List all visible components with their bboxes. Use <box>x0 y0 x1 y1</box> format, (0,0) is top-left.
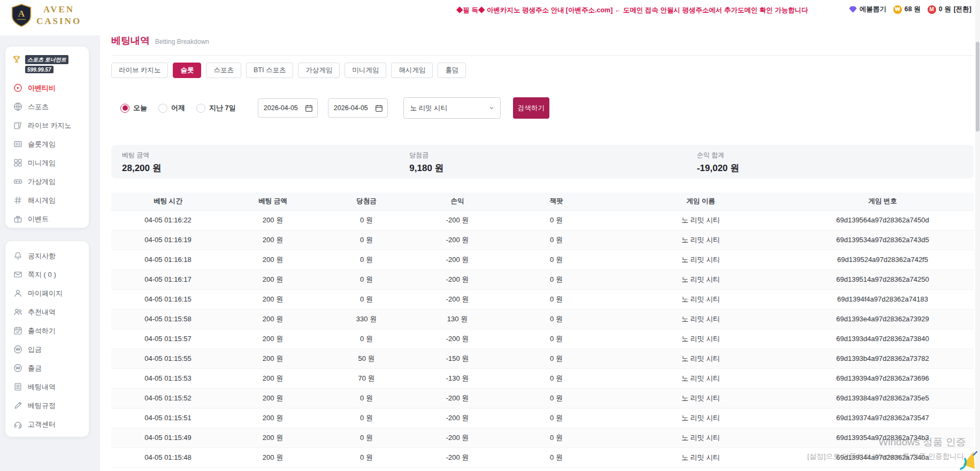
sidebar-item-label: 스포츠 <box>28 102 49 112</box>
scrollbar-thumb[interactable] <box>976 42 979 132</box>
sidebar-item-messages[interactable]: 쪽지 ( 0 ) <box>5 265 89 284</box>
sidebar-item-mini-games[interactable]: 미니게임 <box>5 153 89 172</box>
calendar-icon <box>305 104 313 112</box>
table-cell: 200 원 <box>225 349 321 368</box>
sidebar-secondary-panel: 공지사항쪽지 ( 0 )마이페이지추천내역출석하기입금출금베팅내역베팅규정고객센… <box>5 241 89 437</box>
sidebar-item-betting-rules[interactable]: 베팅규정 <box>5 396 89 415</box>
table-cell: 0 원 <box>321 269 412 289</box>
table-cell: 0 원 <box>321 329 412 349</box>
table-row: 04-05 01:16:22200 원0 원-200 원0 원노 리밋 시티69… <box>111 210 974 230</box>
sidebar-tournament-banner[interactable]: 스포츠 토너먼트 599.99.57 <box>5 52 89 79</box>
sidebar-item-label: 슬롯게임 <box>28 140 56 149</box>
table-row: 04-05 01:15:55200 원50 원-150 원0 원노 리밋 시티6… <box>111 349 974 368</box>
sidebar-item-virtual-games[interactable]: 가상게임 <box>5 172 89 191</box>
table-cell: 0 원 <box>321 210 412 230</box>
table-cell: 04-05 01:15:55 <box>111 349 225 368</box>
sidebar-item-mypage[interactable]: 마이페이지 <box>5 284 89 303</box>
tab-mini[interactable]: 미니게임 <box>344 63 386 78</box>
date-to-input[interactable]: 2026-04-05 <box>328 98 388 118</box>
table-cell: -200 원 <box>412 269 503 289</box>
table-cell: 04-05 01:15:52 <box>111 388 225 408</box>
sidebar-item-label: 출석하기 <box>28 326 56 336</box>
radio-last7days[interactable]: 지난 7일 <box>196 103 236 113</box>
table-cell: 04-05 01:15:51 <box>111 408 225 428</box>
tab-virtual[interactable]: 가상게임 <box>298 63 340 78</box>
table-cell: 04-05 01:16:19 <box>111 230 225 250</box>
mail-icon <box>13 270 22 279</box>
play-icon <box>13 83 22 92</box>
table-cell: -200 원 <box>412 329 503 349</box>
table-cell: 노 리밋 시티 <box>610 250 792 269</box>
date-range-radios: 오늘어제지난 7일 <box>120 103 247 113</box>
table-cell: 69d139564a97d28362a7450d <box>792 210 974 230</box>
table-cell: 69d139394a97d28362a73696 <box>792 368 974 388</box>
sidebar-item-referrals[interactable]: 추천내역 <box>5 303 89 321</box>
table-cell: 04-05 01:16:15 <box>111 289 225 309</box>
tab-sports[interactable]: 스포츠 <box>206 63 241 78</box>
sidebar-item-deposit[interactable]: 입금 <box>5 340 89 359</box>
page-header: 베팅내역 Betting Breakdown <box>111 34 209 47</box>
logo-shield-icon: A <box>11 3 32 28</box>
table-cell: 0 원 <box>321 447 412 467</box>
sidebar-item-events[interactable]: 이벤트 <box>5 210 89 228</box>
sidebar-item-live-casino[interactable]: 라이브 카지노 <box>5 116 89 135</box>
hash-icon <box>13 196 22 205</box>
scrollbar-track[interactable] <box>975 0 980 471</box>
sidebar-item-label: 베팅규정 <box>28 401 56 411</box>
table-cell: 노 리밋 시티 <box>610 329 792 349</box>
tab-holdem[interactable]: 홀덤 <box>438 63 466 78</box>
sidebar-item-betting-history[interactable]: 베팅내역 <box>5 377 89 396</box>
tab-live-casino[interactable]: 라이브 카지노 <box>111 63 168 78</box>
sidebar-primary-panel: 스포츠 토너먼트 599.99.57 아벤티비스포츠라이브 카지노슬롯게임미니게… <box>5 46 89 228</box>
users-icon <box>13 307 22 316</box>
table-cell: 69d139354a97d28362a734b3 <box>792 428 974 447</box>
table-cell: 200 원 <box>225 250 321 269</box>
brand-name: AVEN CASINO <box>36 4 81 27</box>
game-select[interactable]: 노 리밋 시티 <box>403 97 501 119</box>
table-cell: 130 원 <box>412 309 503 329</box>
sidebar-item-hash-games[interactable]: 해시게임 <box>5 191 89 210</box>
table-cell: -200 원 <box>412 210 503 230</box>
sidebar-item-support[interactable]: 고객센터 <box>5 415 89 434</box>
table-cell: 노 리밋 시티 <box>610 210 792 230</box>
summary-value: 28,200 원 <box>122 162 399 174</box>
table-cell: 69d139514a97d28362a74250 <box>792 269 974 289</box>
m-coin-icon: M <box>928 5 936 14</box>
table-cell: 69d1393d4a97d28362a73840 <box>792 329 974 349</box>
date-from-input[interactable]: 2026-04-05 <box>258 98 318 118</box>
tab-bti-sports[interactable]: BTI 스포츠 <box>246 63 293 78</box>
convert-link[interactable]: [전환] <box>954 5 971 14</box>
search-button[interactable]: 검색하기 <box>513 97 549 119</box>
summary-label: 베팅 금액 <box>122 151 399 160</box>
radio-today[interactable]: 오늘 <box>120 103 147 113</box>
evolution-draw-button[interactable]: 에볼뽑기 <box>849 5 886 14</box>
date-from-value: 2026-04-05 <box>264 104 298 112</box>
table-cell: 04-05 01:16:17 <box>111 269 225 289</box>
grid-icon <box>13 158 22 167</box>
filter-bar: 오늘어제지난 7일 2026-04-05 2026-04-05 노 리밋 시티 … <box>120 97 549 119</box>
brand-logo[interactable]: A AVEN CASINO <box>11 3 81 28</box>
sidebar-item-aventv[interactable]: 아벤티비 <box>5 79 89 97</box>
deposit-icon <box>13 345 22 354</box>
summary-bar: 베팅 금액 28,200 원 당첨금 9,180 원 손익 합계 -19,020… <box>111 145 974 179</box>
sidebar-menu-primary: 아벤티비스포츠라이브 카지노슬롯게임미니게임가상게임해시게임이벤트 <box>5 79 89 228</box>
betting-table: 베팅 시간베팅 금액당첨금손익잭팟게임 이름게임 번호 04-05 01:16:… <box>111 192 974 468</box>
column-header: 베팅 금액 <box>225 192 321 210</box>
sidebar-item-sports[interactable]: 스포츠 <box>5 97 89 116</box>
radio-yesterday[interactable]: 어제 <box>158 103 185 113</box>
table-cell: 04-05 01:16:22 <box>111 210 225 230</box>
table-cell: 04-05 01:15:48 <box>111 447 225 467</box>
tab-hash[interactable]: 해시게임 <box>391 63 433 78</box>
table-cell: 노 리밋 시티 <box>610 428 792 447</box>
sidebar-item-withdraw[interactable]: 출금 <box>5 359 89 377</box>
tab-slot[interactable]: 슬롯 <box>173 63 201 78</box>
table-cell: 노 리밋 시티 <box>610 368 792 388</box>
sidebar-item-attendance[interactable]: 출석하기 <box>5 321 89 340</box>
sidebar-item-slot-games[interactable]: 슬롯게임 <box>5 135 89 153</box>
sidebar-item-notice[interactable]: 공지사항 <box>5 246 89 265</box>
table-cell: 200 원 <box>225 368 321 388</box>
trophy-icon <box>12 55 21 66</box>
sidebar-item-label: 쪽지 ( 0 ) <box>28 270 56 280</box>
table-cell: -200 원 <box>412 408 503 428</box>
table-cell: -200 원 <box>412 250 503 269</box>
